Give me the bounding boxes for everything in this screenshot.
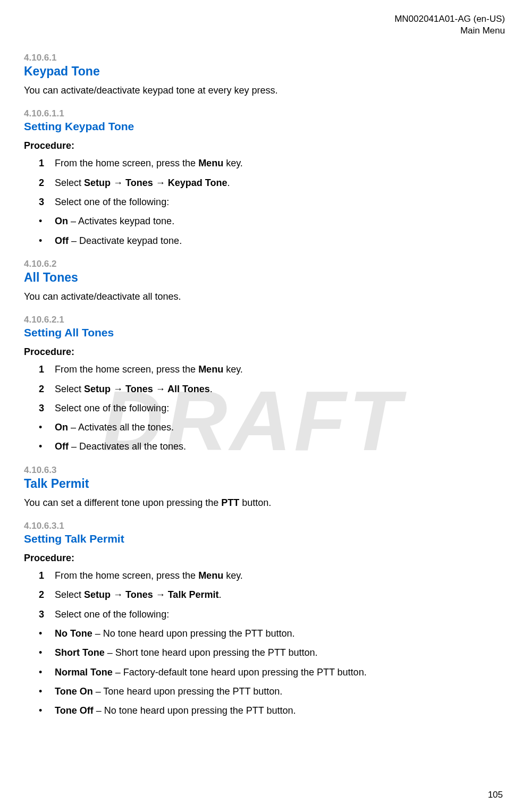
- procedure-step: 2Select Setup → Tones → Keypad Tone.: [24, 176, 478, 189]
- step-number: 2: [39, 383, 55, 395]
- bullet-marker: •: [39, 215, 55, 227]
- procedure-label: Procedure:: [24, 140, 478, 151]
- step-text: From the home screen, press the Menu key…: [55, 569, 243, 582]
- section-number: 4.10.6.1.1: [24, 108, 478, 119]
- bullet-item: •Short Tone – Short tone heard upon pres…: [39, 646, 478, 659]
- bullet-marker: •: [39, 234, 55, 247]
- section-title: Keypad Tone: [24, 64, 478, 79]
- bullet-list: •On – Activates keypad tone.•Off – Deact…: [24, 215, 478, 247]
- procedure-step: 2Select Setup → Tones → All Tones.: [24, 383, 478, 395]
- procedure-step: 1From the home screen, press the Menu ke…: [24, 363, 478, 376]
- bullet-text: Short Tone – Short tone heard upon press…: [55, 646, 318, 659]
- procedure-label: Procedure:: [24, 346, 478, 358]
- step-number: 2: [39, 176, 55, 189]
- step-text: Select Setup → Tones → All Tones.: [55, 383, 213, 395]
- document-page: DRAFT MN002041A01-AG (en-US) Main Menu 4…: [0, 0, 505, 812]
- section-title: All Tones: [24, 270, 478, 285]
- step-text: From the home screen, press the Menu key…: [55, 157, 243, 170]
- step-number: 3: [39, 196, 55, 208]
- bullet-item: •Tone Off – No tone heard upon pressing …: [39, 704, 478, 717]
- section-title: Talk Permit: [24, 477, 478, 491]
- procedure-step: 2Select Setup → Tones → Talk Permit.: [24, 588, 478, 601]
- bullet-marker: •: [39, 421, 55, 434]
- bullet-marker: •: [39, 646, 55, 659]
- bullet-item: •Off – Deactivates all the tones.: [39, 440, 478, 453]
- section-body: You can activate/deactivate keypad tone …: [24, 84, 478, 97]
- step-number: 1: [39, 569, 55, 582]
- bullet-text: On – Activates all the tones.: [55, 421, 174, 434]
- section-number: 4.10.6.3: [24, 465, 478, 476]
- bullet-text: Tone Off – No tone heard upon pressing t…: [55, 704, 296, 717]
- step-number: 2: [39, 588, 55, 601]
- procedure-list: 1From the home screen, press the Menu ke…: [24, 157, 478, 247]
- bullet-item: •Off – Deactivate keypad tone.: [39, 234, 478, 247]
- page-content: 4.10.6.1Keypad ToneYou can activate/deac…: [0, 53, 505, 717]
- step-number: 1: [39, 157, 55, 170]
- section-number: 4.10.6.1: [24, 53, 478, 63]
- bullet-marker: •: [39, 627, 55, 640]
- section-body: You can set a different tone upon pressi…: [24, 496, 478, 509]
- bullet-text: No Tone – No tone heard upon pressing th…: [55, 627, 295, 640]
- bullet-item: •On – Activates keypad tone.: [39, 215, 478, 227]
- procedure-label: Procedure:: [24, 553, 478, 564]
- procedure-step: 1From the home screen, press the Menu ke…: [24, 569, 478, 582]
- procedure-list: 1From the home screen, press the Menu ke…: [24, 363, 478, 453]
- bullet-text: Tone On – Tone heard upon pressing the P…: [55, 685, 282, 698]
- step-number: 1: [39, 363, 55, 376]
- section-number: 4.10.6.3.1: [24, 521, 478, 531]
- step-text: From the home screen, press the Menu key…: [55, 363, 243, 376]
- section-title: Setting Keypad Tone: [24, 120, 478, 133]
- step-text: Select one of the following:: [55, 608, 169, 621]
- section-title: Setting Talk Permit: [24, 532, 478, 545]
- bullet-item: •No Tone – No tone heard upon pressing t…: [39, 627, 478, 640]
- breadcrumb: Main Menu: [0, 25, 505, 37]
- bullet-item: •Normal Tone – Factory-default tone hear…: [39, 666, 478, 679]
- page-number: 105: [488, 790, 503, 800]
- bullet-text: On – Activates keypad tone.: [55, 215, 174, 227]
- page-header: MN002041A01-AG (en-US) Main Menu: [0, 13, 505, 37]
- procedure-step: 3Select one of the following:: [24, 608, 478, 621]
- bullet-text: Off – Deactivates all the tones.: [55, 440, 186, 453]
- bullet-item: •Tone On – Tone heard upon pressing the …: [39, 685, 478, 698]
- section-title: Setting All Tones: [24, 326, 478, 339]
- bullet-list: •On – Activates all the tones.•Off – Dea…: [24, 421, 478, 453]
- bullet-marker: •: [39, 704, 55, 717]
- bullet-item: •On – Activates all the tones.: [39, 421, 478, 434]
- procedure-step: 1From the home screen, press the Menu ke…: [24, 157, 478, 170]
- procedure-list: 1From the home screen, press the Menu ke…: [24, 569, 478, 717]
- section-number: 4.10.6.2.1: [24, 315, 478, 325]
- bullet-marker: •: [39, 666, 55, 679]
- bullet-text: Normal Tone – Factory-default tone heard…: [55, 666, 367, 679]
- step-text: Select Setup → Tones → Keypad Tone.: [55, 176, 230, 189]
- step-number: 3: [39, 608, 55, 621]
- step-text: Select one of the following:: [55, 402, 169, 415]
- section-number: 4.10.6.2: [24, 259, 478, 269]
- doc-id: MN002041A01-AG (en-US): [0, 13, 505, 25]
- section-body: You can activate/deactivate all tones.: [24, 290, 478, 303]
- step-text: Select Setup → Tones → Talk Permit.: [55, 588, 221, 601]
- step-text: Select one of the following:: [55, 196, 169, 208]
- step-number: 3: [39, 402, 55, 415]
- bullet-text: Off – Deactivate keypad tone.: [55, 234, 182, 247]
- procedure-step: 3Select one of the following:: [24, 196, 478, 208]
- procedure-step: 3Select one of the following:: [24, 402, 478, 415]
- bullet-marker: •: [39, 440, 55, 453]
- bullet-list: •No Tone – No tone heard upon pressing t…: [24, 627, 478, 717]
- bullet-marker: •: [39, 685, 55, 698]
